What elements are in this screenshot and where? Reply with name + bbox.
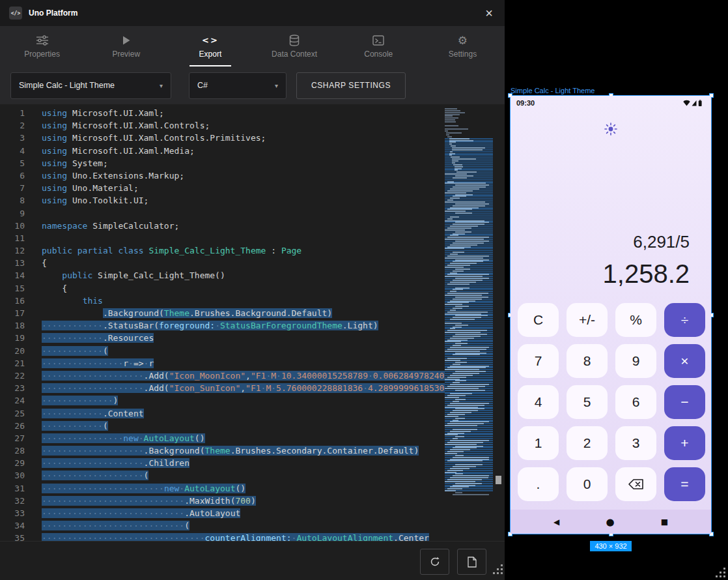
tab-label: Export (199, 50, 222, 59)
code-line: 26············( (0, 420, 445, 432)
key-×[interactable]: × (664, 344, 705, 378)
line-number: 15 (0, 282, 25, 295)
calculator-display: 6,291/5 1,258.2 (603, 231, 690, 290)
line-number: 30 (0, 469, 25, 482)
line-number: 4 (0, 145, 25, 157)
console-icon (372, 35, 384, 46)
line-number: 27 (0, 432, 25, 444)
key-3[interactable]: 3 (615, 426, 656, 460)
key-6[interactable]: 6 (615, 385, 656, 419)
tab-console[interactable]: Console (337, 26, 421, 66)
backspace-icon (628, 478, 645, 491)
line-number: 29 (0, 457, 25, 469)
android-home-button[interactable]: ● (606, 516, 614, 528)
status-icons (683, 100, 705, 107)
code-line: 4using Microsoft.UI.Xaml.Media; (0, 145, 445, 157)
code-line: 18············.StatusBar(foreground:·Sta… (0, 319, 445, 332)
code-editor[interactable]: 1using Microsoft.UI.Xaml;2using Microsof… (0, 104, 505, 541)
line-number: 6 (0, 169, 25, 182)
key-.[interactable]: . (518, 467, 559, 501)
code-line: 3using Microsoft.UI.Xaml.Controls.Primit… (0, 132, 445, 144)
file-icon (468, 557, 477, 568)
phone-status-bar: 09:30 (511, 96, 711, 110)
battery-icon (699, 100, 702, 106)
key-8[interactable]: 8 (567, 344, 608, 378)
code-icon: <> (202, 35, 219, 46)
minimap[interactable] (445, 108, 493, 536)
language-dropdown-value: C# (197, 81, 208, 90)
line-number: 5 (0, 157, 25, 169)
code-line: 29····················.Children (0, 457, 445, 469)
code-line: 1using Microsoft.UI.Xaml; (0, 107, 445, 119)
code-line: 32····························.MaxWidth(… (0, 495, 445, 507)
line-number: 23 (0, 382, 25, 394)
line-number: 10 (0, 220, 25, 232)
key-0[interactable]: 0 (567, 467, 608, 501)
key-C[interactable]: C (518, 303, 559, 337)
key-4[interactable]: 4 (518, 385, 559, 419)
key-7[interactable]: 7 (518, 344, 559, 378)
wifi-icon (683, 100, 690, 106)
uno-platform-app: </> Uno Platform × PropertiesPreview<>Ex… (0, 0, 728, 580)
export-toolbar: Simple Calc - Light Theme ▾ C# ▾ CSHARP … (0, 66, 505, 104)
gear-icon: ⚙ (458, 35, 468, 46)
key-−[interactable]: − (664, 385, 705, 419)
line-number: 3 (0, 132, 25, 144)
key-=[interactable]: = (664, 467, 705, 501)
theme-toggle-sun-icon[interactable] (604, 122, 618, 139)
line-number: 22 (0, 370, 25, 382)
code-line: 12public partial class Simple_Calc_Light… (0, 244, 445, 257)
preview-page-label[interactable]: Simple Calc - Light Theme (511, 87, 595, 94)
tab-settings[interactable]: ⚙Settings (421, 26, 505, 66)
key-%[interactable]: % (615, 303, 656, 337)
phone-screen: 09:30 (511, 96, 711, 534)
tab-preview[interactable]: Preview (84, 26, 168, 66)
android-back-button[interactable]: ◀ (553, 517, 559, 527)
window-resize-grip[interactable] (716, 568, 726, 578)
key-1[interactable]: 1 (518, 426, 559, 460)
database-icon (289, 35, 300, 46)
tab-data-context[interactable]: Data Context (253, 26, 337, 66)
android-recents-button[interactable]: ■ (661, 517, 668, 527)
tab-label: Preview (112, 50, 140, 59)
key-+[interactable]: + (664, 426, 705, 460)
device-frame[interactable]: 09:30 (510, 95, 712, 534)
code-lines[interactable]: 1using Microsoft.UI.Xaml;2using Microsof… (0, 107, 445, 541)
tab-properties[interactable]: Properties (0, 26, 84, 66)
status-time: 09:30 (516, 99, 535, 107)
line-number: 2 (0, 119, 25, 132)
chevron-down-icon: ▾ (275, 82, 278, 89)
code-line: 22····················.Add("Icon_MoonIco… (0, 370, 445, 382)
csharp-settings-button[interactable]: CSHARP SETTINGS (296, 72, 406, 99)
key-+/-[interactable]: +/- (567, 303, 608, 337)
key-÷[interactable]: ÷ (664, 303, 705, 337)
calculator-keypad: C+/-%÷789×456−123+.0= (518, 303, 705, 501)
signal-icon (692, 100, 697, 106)
tab-export[interactable]: <>Export (168, 26, 252, 66)
key-5[interactable]: 5 (567, 385, 608, 419)
editor-footer (0, 541, 505, 580)
panel-resize-grip[interactable] (493, 564, 503, 575)
code-line: 27················new·AutoLayout() (0, 432, 445, 444)
refresh-button[interactable] (420, 549, 449, 575)
page-theme-dropdown[interactable]: Simple Calc - Light Theme ▾ (10, 72, 171, 99)
code-line: 7using Uno.Material; (0, 182, 445, 194)
code-line: 5using System; (0, 157, 445, 169)
line-number: 20 (0, 345, 25, 357)
title-bar: </> Uno Platform × (0, 0, 505, 26)
key-9[interactable]: 9 (615, 344, 656, 378)
key-backspace[interactable] (615, 467, 656, 501)
line-number: 7 (0, 182, 25, 194)
calc-result: 1,258.2 (603, 257, 690, 290)
key-2[interactable]: 2 (567, 426, 608, 460)
export-file-button[interactable] (457, 549, 486, 575)
line-number: 34 (0, 519, 25, 532)
chevron-down-icon: ▾ (160, 82, 163, 89)
close-icon[interactable]: × (483, 7, 496, 20)
device-size-badge-row: 430 × 932 (510, 540, 712, 551)
line-number: 11 (0, 232, 25, 244)
language-dropdown[interactable]: C# ▾ (189, 72, 287, 99)
android-nav-bar: ◀ ● ■ (511, 510, 711, 534)
tool-window: </> Uno Platform × PropertiesPreview<>Ex… (0, 0, 505, 580)
line-number: 28 (0, 444, 25, 457)
